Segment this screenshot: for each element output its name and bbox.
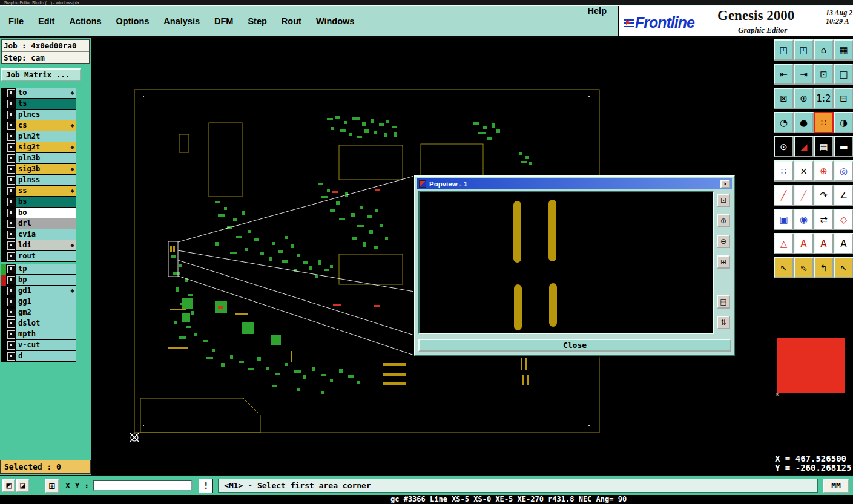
negative-layer-button[interactable]: ◩	[2, 479, 15, 492]
layer-label[interactable]: gg1	[16, 296, 76, 307]
alert-button[interactable]: !	[199, 479, 213, 493]
layer-row[interactable]: d	[1, 351, 76, 362]
layer-checkbox[interactable]	[7, 154, 15, 163]
pad-pattern-button[interactable]: ∷	[774, 160, 794, 182]
layer-label[interactable]: bo	[16, 208, 76, 218]
menu-analysis[interactable]: Analysis	[163, 16, 200, 26]
layer-label[interactable]: pln2t	[16, 131, 76, 142]
layer-checkbox[interactable]	[7, 187, 15, 195]
layer-checkbox[interactable]	[7, 330, 15, 339]
view-screen-button[interactable]: ◰	[774, 39, 794, 61]
line-light-button[interactable]: ╱	[794, 185, 814, 206]
triangle-measure-button[interactable]: △	[774, 233, 794, 254]
view-home-button[interactable]: ⌂	[814, 39, 834, 61]
layer-row[interactable]: bp	[1, 275, 76, 286]
layer-label[interactable]: sig3b ◆	[16, 164, 76, 175]
contrast-tool-button[interactable]: ◑	[834, 112, 853, 133]
layer-row[interactable]: dslot	[1, 318, 76, 329]
layer-row[interactable]: gd1 ◆	[1, 286, 76, 296]
layer-label[interactable]: cs ◆	[16, 120, 76, 131]
layer-label[interactable]: mpth	[16, 329, 76, 340]
pcb-canvas[interactable]: Popview - 1 × ⊡ ⊕ ⊖ ⊞ ▤ ⇅ Close	[91, 38, 774, 475]
layer-row[interactable]: v-cut	[1, 340, 76, 351]
center-point-button[interactable]: ⊙	[774, 136, 794, 157]
layer-label[interactable]: drl	[16, 218, 76, 229]
layer-checkbox[interactable]	[7, 241, 15, 250]
layer-label[interactable]: rout	[16, 251, 76, 262]
layer-checkbox[interactable]	[7, 319, 15, 328]
select-area-button[interactable]: ↖	[834, 257, 853, 278]
ruler-button[interactable]: ▤	[814, 136, 834, 157]
pan-left-button[interactable]: ⇤	[774, 64, 794, 85]
layer-row[interactable]: pln3b	[1, 153, 76, 164]
popview-close-button[interactable]: Close	[418, 339, 731, 352]
layer-label[interactable]: pln3b	[16, 153, 76, 164]
units-button[interactable]: MM	[823, 479, 849, 493]
layer-label[interactable]: v-cut	[16, 340, 76, 351]
layer-row[interactable]: gm2	[1, 307, 76, 318]
pattern-select-button[interactable]: ∷	[814, 112, 834, 133]
layer-checkbox[interactable]	[7, 176, 15, 185]
layer-checkbox[interactable]	[7, 276, 15, 284]
bar-tool-button[interactable]: ▬	[834, 136, 853, 157]
popview-zoom-in-button[interactable]: ⊕	[717, 214, 730, 227]
target-button[interactable]: ◉	[794, 209, 814, 230]
layer-checkbox[interactable]	[7, 198, 15, 206]
delete-tool-button[interactable]: ×	[794, 160, 814, 182]
zoom-section-button[interactable]: ⊟	[834, 88, 853, 109]
menu-dfm[interactable]: DFM	[214, 16, 233, 26]
navigator-view-rect[interactable]	[777, 338, 845, 393]
layer-row[interactable]: ts	[1, 99, 76, 110]
popview-sync-button[interactable]: ⇅	[717, 316, 730, 329]
layer-checkbox[interactable]	[7, 352, 15, 361]
layer-row[interactable]: bo	[1, 208, 76, 218]
layer-row[interactable]: cs ◆	[1, 120, 76, 131]
menu-edit[interactable]: Edit	[38, 16, 54, 26]
layer-label[interactable]: gd1 ◆	[16, 286, 76, 296]
view-tile-button[interactable]: ▦	[834, 39, 853, 61]
popview-canvas[interactable]	[418, 191, 714, 334]
pad-swap-button[interactable]: ▣	[774, 209, 794, 230]
layer-row[interactable]: cvia	[1, 229, 76, 240]
menu-rout[interactable]: Rout	[282, 16, 301, 26]
layer-label[interactable]: bs	[16, 197, 76, 208]
circle-add-button[interactable]: ⊕	[814, 160, 834, 182]
layer-label[interactable]: ss ◆	[16, 186, 76, 197]
layer-checkbox[interactable]	[7, 252, 15, 261]
layer-row[interactable]: bs	[1, 197, 76, 208]
select-cursor-alt-button[interactable]: ⇖	[794, 257, 814, 278]
menu-options[interactable]: Options	[116, 16, 150, 26]
zoom-window-button[interactable]: ⊡	[814, 64, 834, 85]
pan-right-button[interactable]: ⇥	[794, 64, 814, 85]
layer-checkbox[interactable]	[7, 165, 15, 174]
layer-checkbox[interactable]	[7, 143, 15, 152]
layer-row[interactable]: plncs	[1, 110, 76, 120]
layer-row[interactable]: to ◆	[1, 88, 76, 99]
layer-checkbox[interactable]	[7, 231, 15, 239]
layer-row[interactable]: sig3b ◆	[1, 164, 76, 175]
line-heavy-button[interactable]: ╱	[774, 185, 794, 206]
text-bold-button[interactable]: A	[814, 233, 834, 254]
flash-tool-button[interactable]: ◇	[834, 209, 853, 230]
job-matrix-button[interactable]: Job Matrix ...	[1, 68, 81, 81]
zoom-frame-button[interactable]: □	[834, 64, 853, 85]
layer-row[interactable]: pln2t	[1, 131, 76, 142]
popview-zoom-out-button[interactable]: ⊖	[717, 235, 730, 248]
menu-windows[interactable]: Windows	[316, 16, 355, 26]
layer-label[interactable]: dslot	[16, 318, 76, 329]
xy-input[interactable]	[93, 480, 193, 491]
layer-checkbox[interactable]	[7, 265, 15, 273]
select-cursor-button[interactable]: ↖	[774, 257, 794, 278]
popview-close-x-button[interactable]: ×	[720, 180, 730, 188]
layer-label[interactable]: tp	[16, 264, 76, 275]
menu-step[interactable]: Step	[248, 16, 266, 26]
corner-clip-button[interactable]: ◢	[794, 136, 814, 157]
positive-layer-button[interactable]: ◪	[16, 479, 29, 492]
zoom-extents-button[interactable]: ⊠	[774, 88, 794, 109]
transfer-button[interactable]: ⇄	[814, 209, 834, 230]
layer-checkbox[interactable]	[7, 122, 15, 130]
layer-checkbox[interactable]	[7, 133, 15, 141]
layer-row[interactable]: ldi ◆	[1, 240, 76, 251]
layer-row[interactable]: plnss	[1, 175, 76, 186]
layer-row[interactable]: mpth	[1, 329, 76, 340]
